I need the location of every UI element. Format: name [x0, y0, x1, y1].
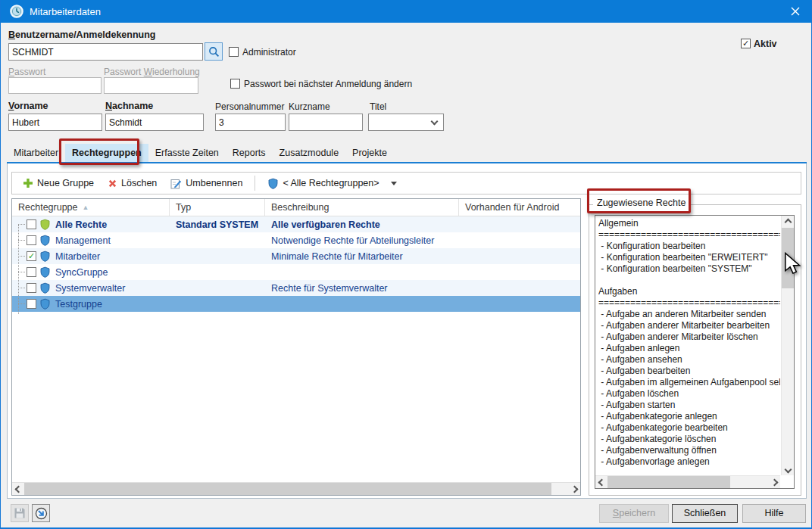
- rights-lines: Allgemein===============================…: [595, 216, 780, 475]
- umbenennen-button[interactable]: Umbenennen: [166, 176, 247, 191]
- vorname-input[interactable]: [8, 114, 102, 131]
- passwort-wdh-input[interactable]: [104, 77, 198, 94]
- rights-line: - Aufgaben anderer Mitarbeiter bearbeite…: [598, 320, 780, 331]
- scroll-thumb[interactable]: [24, 483, 551, 495]
- rights-line: - Konfiguration bearbeiten "ERWEITERT": [598, 252, 780, 263]
- clock-app-icon: [10, 5, 23, 18]
- passwort-input[interactable]: [8, 77, 102, 94]
- mitarbeiterdaten-dialog: Mitarbeiterdaten Benutzername/Anmeldeken…: [0, 0, 812, 529]
- window-title: Mitarbeiterdaten: [30, 6, 101, 17]
- username-input[interactable]: [8, 43, 203, 61]
- row-checkbox[interactable]: ✓: [27, 251, 36, 261]
- rights-line: - Aufgabenkategorie löschen: [598, 434, 780, 445]
- rename-icon: [170, 178, 182, 189]
- row-checkbox[interactable]: [27, 235, 36, 245]
- scroll-right-button[interactable]: [768, 476, 780, 488]
- search-button[interactable]: [205, 42, 223, 61]
- table-hscrollbar[interactable]: [12, 482, 580, 495]
- row-checkbox[interactable]: [27, 299, 36, 309]
- aktiv-checkbox[interactable]: ✓: [741, 39, 751, 48]
- plus-icon: [23, 178, 33, 188]
- scroll-right-button[interactable]: [568, 483, 580, 495]
- table-row[interactable]: Management Notwendige Rechte für Abteilu…: [12, 232, 580, 248]
- annotation-box-rechtegruppen-tab: [59, 138, 139, 165]
- neue-gruppe-button[interactable]: Neue Gruppe: [18, 176, 98, 191]
- titel-select[interactable]: [368, 114, 444, 131]
- passwort-wdh-label: Passwort Wiederholung: [104, 67, 200, 77]
- nachname-label: Nachname: [105, 101, 153, 111]
- passwort-label: Passwort: [8, 67, 45, 77]
- rights-listbox[interactable]: Allgemein===============================…: [595, 215, 795, 489]
- tree-guide-line: [18, 225, 19, 314]
- column-header-beschreibung[interactable]: Beschreibung: [265, 199, 459, 216]
- sync-mini-button[interactable]: [32, 504, 50, 522]
- row-beschreibung: Alle verfügbaren Rechte: [265, 219, 459, 230]
- row-beschreibung: Minimale Rechte für Mitarbeiter: [265, 251, 459, 262]
- column-header-vorhanden-android[interactable]: Vorhanden für Android: [459, 199, 580, 216]
- rights-line: - Aufgaben ansehen: [598, 354, 780, 366]
- tab-projekte[interactable]: Projekte: [345, 144, 394, 163]
- listbox-hscrollbar[interactable]: [595, 475, 780, 488]
- shield-blue-icon: [39, 235, 51, 246]
- tab-zusatzmodule[interactable]: Zusatzmodule: [273, 144, 346, 163]
- nachname-input[interactable]: [105, 114, 204, 131]
- mouse-cursor: [784, 252, 801, 274]
- delete-x-icon: [108, 179, 117, 188]
- row-checkbox[interactable]: [27, 267, 36, 277]
- table-row[interactable]: SyncGruppe: [12, 264, 580, 280]
- row-name: Systemverwalter: [55, 283, 125, 294]
- column-header-typ[interactable]: Typ: [170, 199, 265, 216]
- close-button[interactable]: [778, 0, 812, 23]
- table-row-selected[interactable]: Testgruppe: [12, 296, 580, 312]
- rights-line: - Aufgaben anlegen: [598, 343, 780, 354]
- search-icon: [208, 46, 220, 58]
- scroll-up-button[interactable]: [782, 216, 794, 228]
- row-name: SyncGruppe: [55, 267, 108, 278]
- hilfe-button[interactable]: Hilfe: [742, 504, 806, 523]
- tree-stub: [18, 224, 25, 225]
- rights-line: [598, 275, 780, 286]
- table-row[interactable]: Alle Rechte Standard SYSTEM Alle verfügb…: [12, 216, 580, 232]
- save-mini-button[interactable]: [11, 504, 29, 522]
- rechtegruppen-table: Rechtegruppe▲ Typ Beschreibung Vorhanden…: [11, 198, 581, 496]
- tab-reports[interactable]: Reports: [226, 144, 273, 163]
- tab-erfasste-zeiten[interactable]: Erfasste Zeiten: [148, 144, 226, 163]
- row-checkbox[interactable]: [27, 283, 36, 293]
- row-checkbox[interactable]: [27, 219, 36, 229]
- tree-stub: [18, 272, 25, 272]
- row-name: Alle Rechte: [55, 219, 107, 230]
- annotation-box-zugewiesene-rechte: [587, 188, 691, 213]
- administrator-checkbox[interactable]: [229, 47, 239, 57]
- row-name: Management: [55, 235, 111, 246]
- column-header-rechtegruppe[interactable]: Rechtegruppe▲: [12, 199, 170, 216]
- pw-change-checkbox[interactable]: [230, 79, 240, 89]
- scroll-left-button[interactable]: [12, 483, 24, 495]
- scroll-thumb[interactable]: [607, 476, 730, 488]
- close-icon: [791, 7, 800, 16]
- titlebar: Mitarbeiterdaten: [1, 0, 812, 23]
- sort-asc-icon: ▲: [83, 204, 89, 211]
- rights-line: - Aufgaben im allgemeinen Aufgabenpool s…: [598, 377, 780, 388]
- scroll-left-button[interactable]: [595, 476, 607, 488]
- table-row[interactable]: Systemverwalter Rechte für Systemverwalt…: [12, 280, 580, 296]
- shield-icon: [267, 178, 279, 189]
- tab-mitarbeiter[interactable]: Mitarbeiter: [7, 144, 65, 163]
- table-row[interactable]: ✓Mitarbeiter Minimale Rechte für Mitarbe…: [12, 248, 580, 264]
- row-beschreibung: Notwendige Rechte für Abteilungsleiter: [265, 235, 459, 246]
- schliessen-button[interactable]: Schließen: [672, 504, 738, 523]
- rights-line: - Aufgabenkategorie anlegen: [598, 411, 780, 422]
- scroll-down-button[interactable]: [782, 463, 794, 475]
- administrator-label: Administrator: [242, 47, 296, 58]
- rights-line: - Aufgabenverwaltung öffnen: [598, 445, 780, 456]
- speichern-button[interactable]: Speichern: [599, 504, 669, 523]
- shield-blue-icon: [39, 298, 51, 310]
- gruppen-filter-dropdown[interactable]: < Alle Rechtegruppen>: [263, 176, 401, 191]
- table-header: Rechtegruppe▲ Typ Beschreibung Vorhanden…: [12, 199, 580, 216]
- personalnummer-input[interactable]: [215, 114, 286, 131]
- rights-line: - Aufgaben löschen: [598, 388, 780, 400]
- kurzname-input[interactable]: [289, 114, 363, 131]
- aktiv-label: Aktiv: [754, 39, 777, 49]
- loeschen-button[interactable]: Löschen: [103, 176, 161, 191]
- rights-line: - Konfiguration bearbeiten "SYSTEM": [598, 263, 780, 275]
- sync-arrow-icon: [35, 507, 48, 520]
